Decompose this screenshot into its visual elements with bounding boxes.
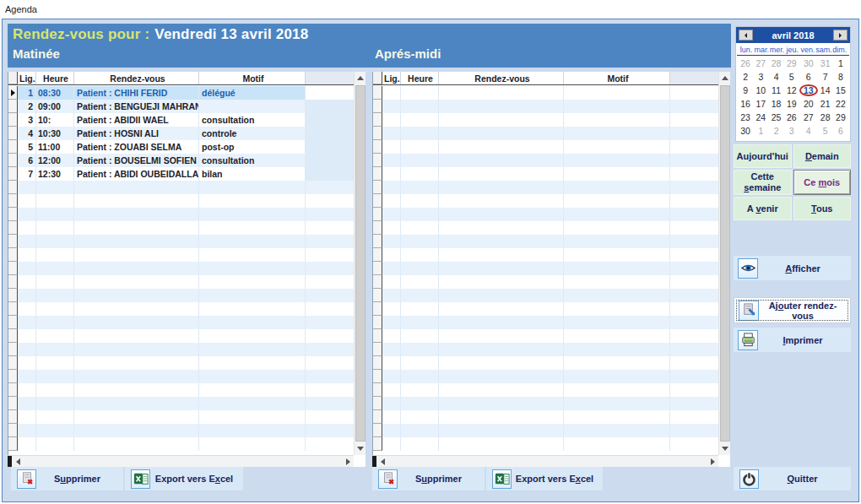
calendar-day[interactable]: 19: [784, 97, 799, 111]
scroll-up-button[interactable]: [355, 72, 366, 84]
table-row[interactable]: 310:Patient : ABIDII WAELconsultation: [8, 113, 355, 127]
calendar-day[interactable]: 21: [818, 97, 833, 111]
table-row[interactable]: [8, 410, 355, 424]
calendar-day[interactable]: 17: [753, 97, 768, 111]
table-row[interactable]: 108:30Patient : CHIHI FERIDdélégué: [8, 86, 355, 100]
table-row[interactable]: [373, 275, 719, 289]
scroll-left-button[interactable]: [12, 455, 24, 468]
calendar-day[interactable]: 3: [753, 70, 768, 84]
table-row[interactable]: [373, 356, 719, 370]
table-row[interactable]: [373, 383, 719, 397]
calendar-day[interactable]: 12: [784, 84, 799, 97]
table-row[interactable]: [8, 208, 355, 221]
table-row[interactable]: [373, 370, 719, 383]
table-row[interactable]: [373, 397, 719, 410]
calendar-day[interactable]: 18: [768, 97, 783, 111]
calendar-day[interactable]: 5: [818, 124, 833, 138]
calendar-day[interactable]: 9: [738, 84, 753, 97]
scroll-right-button[interactable]: [342, 455, 354, 468]
tomorrow-button[interactable]: Demain: [793, 144, 852, 168]
table-row[interactable]: [373, 289, 719, 302]
table-row[interactable]: [8, 424, 355, 437]
calendar-day[interactable]: 24: [753, 111, 768, 124]
calendar-day[interactable]: 29: [833, 111, 848, 124]
table-row[interactable]: 612:00Patient : BOUSELMI SOFIENconsultat…: [8, 154, 355, 167]
table-row[interactable]: [8, 289, 355, 302]
upcoming-button[interactable]: A venir: [734, 197, 792, 220]
calendar-day[interactable]: 31: [818, 57, 833, 70]
table-row[interactable]: [373, 181, 719, 194]
table-row[interactable]: [373, 410, 719, 424]
scroll-left-button[interactable]: [376, 455, 388, 468]
calendar-day[interactable]: 8: [833, 70, 848, 84]
table-row[interactable]: 209:00Patient : BENGUEJI MAHRAN: [8, 100, 355, 113]
calendar-day[interactable]: 30: [738, 124, 753, 138]
table-row[interactable]: [373, 235, 719, 248]
table-row[interactable]: [373, 437, 719, 451]
scroll-down-button[interactable]: [355, 442, 366, 455]
table-row[interactable]: [373, 248, 719, 262]
table-row[interactable]: [373, 86, 719, 100]
calendar-day[interactable]: 1: [753, 124, 768, 138]
table-row[interactable]: [8, 235, 355, 248]
calendar-day[interactable]: 26: [738, 57, 753, 70]
calendar-day[interactable]: 2: [768, 124, 783, 138]
scrollbar-thumb[interactable]: [720, 85, 730, 442]
table-row[interactable]: [373, 154, 719, 167]
table-row[interactable]: [373, 262, 719, 275]
afternoon-vertical-scrollbar[interactable]: [718, 72, 730, 455]
table-row[interactable]: [373, 329, 719, 343]
table-row[interactable]: [8, 356, 355, 370]
scrollbar-thumb[interactable]: [355, 85, 366, 442]
calendar-day[interactable]: 26: [784, 111, 799, 124]
calendar-day[interactable]: 7: [818, 70, 833, 84]
calendar-day[interactable]: 14: [818, 84, 833, 97]
table-row[interactable]: [8, 262, 355, 275]
calendar-day[interactable]: 5: [784, 70, 799, 84]
scroll-up-button[interactable]: [719, 72, 730, 84]
calendar-day[interactable]: 27: [799, 111, 818, 124]
table-row[interactable]: [8, 221, 355, 235]
calendar-prev-month-button[interactable]: [739, 30, 753, 41]
table-row[interactable]: [8, 343, 355, 356]
quit-button[interactable]: Quitter: [734, 467, 851, 490]
calendar-day[interactable]: 2: [738, 70, 753, 84]
calendar-day[interactable]: 28: [818, 111, 833, 124]
morning-vertical-scrollbar[interactable]: [354, 72, 366, 455]
calendar-day[interactable]: 25: [768, 111, 783, 124]
calendar-day[interactable]: 28: [768, 57, 783, 70]
today-button[interactable]: Aujourd'hui: [734, 144, 792, 168]
table-row[interactable]: [373, 343, 719, 356]
this-week-button[interactable]: Cette semaine: [734, 170, 792, 195]
all-button[interactable]: Tous: [793, 197, 852, 220]
table-row[interactable]: [373, 208, 719, 221]
calendar-day[interactable]: 4: [799, 124, 818, 138]
table-row[interactable]: [8, 316, 355, 329]
table-row[interactable]: [8, 370, 355, 383]
table-row[interactable]: [8, 194, 355, 208]
table-row[interactable]: [373, 194, 719, 208]
show-button[interactable]: Afficher: [734, 256, 851, 280]
delete-morning-button[interactable]: Supprimer: [11, 467, 123, 490]
calendar-day[interactable]: 4: [768, 70, 783, 84]
table-row[interactable]: 511:00Patient : ZOUABI SELMApost-op: [8, 140, 355, 154]
table-row[interactable]: [373, 316, 719, 329]
afternoon-horizontal-scrollbar[interactable]: [372, 455, 718, 467]
table-row[interactable]: [373, 167, 719, 181]
scroll-down-button[interactable]: [719, 442, 730, 455]
calendar-day[interactable]: 10: [753, 84, 768, 97]
table-row[interactable]: [8, 275, 355, 289]
table-row[interactable]: [8, 302, 355, 316]
print-button[interactable]: Imprimer: [734, 328, 851, 352]
calendar-day[interactable]: 3: [784, 124, 799, 138]
calendar-day[interactable]: 23: [738, 111, 753, 124]
delete-afternoon-button[interactable]: Supprimer: [372, 467, 485, 490]
table-row[interactable]: [8, 437, 355, 451]
calendar-day[interactable]: 15: [833, 84, 848, 97]
calendar-day[interactable]: 16: [738, 97, 753, 111]
table-row[interactable]: [8, 181, 355, 194]
calendar-day[interactable]: 20: [799, 97, 818, 111]
table-row[interactable]: [373, 127, 719, 140]
add-appointment-button[interactable]: Ajouter rendez-vous: [734, 297, 851, 323]
table-row[interactable]: 410:30Patient : HOSNI ALIcontrole: [8, 127, 355, 140]
